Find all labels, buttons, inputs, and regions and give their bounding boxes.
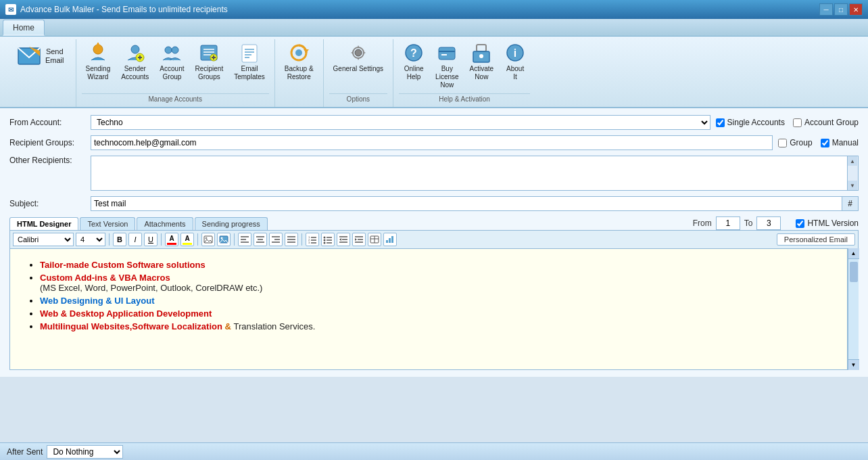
italic-button[interactable]: I bbox=[128, 233, 142, 246]
from-account-row: From Account: Techno Single Accounts Acc… bbox=[9, 115, 859, 130]
sender-accounts-button[interactable]: SenderAccounts bbox=[117, 39, 153, 84]
manual-checkbox[interactable] bbox=[821, 139, 829, 147]
group-checkbox[interactable] bbox=[778, 139, 787, 147]
svg-point-10 bbox=[172, 47, 178, 53]
single-accounts-checkbox[interactable] bbox=[716, 118, 725, 127]
svg-rect-30 bbox=[439, 47, 455, 60]
account-group-button[interactable]: AccountGroup bbox=[155, 39, 188, 84]
general-settings-label: General Settings bbox=[333, 65, 384, 73]
group-check[interactable]: Group bbox=[778, 138, 812, 147]
from-account-select[interactable]: Techno bbox=[91, 115, 710, 130]
bullet-5-part3: Translation Services bbox=[234, 321, 313, 331]
backup-restore-icon bbox=[288, 42, 310, 64]
manual-label: Manual bbox=[832, 138, 859, 147]
svg-point-9 bbox=[165, 47, 172, 53]
highlight-color-button[interactable]: A bbox=[180, 233, 194, 246]
insert-image-button[interactable] bbox=[217, 233, 231, 246]
buy-license-button[interactable]: BuyLicenseNow bbox=[431, 39, 462, 92]
ordered-list-button[interactable]: 1.2.3. bbox=[306, 233, 319, 246]
activate-now-button[interactable]: ActivateNow bbox=[466, 39, 498, 84]
maximize-button[interactable]: □ bbox=[834, 3, 848, 16]
recipient-groups-label: Recipient Groups: bbox=[9, 138, 91, 147]
toolbar-sep-2 bbox=[161, 233, 162, 246]
align-left-button[interactable] bbox=[238, 233, 251, 246]
html-version-check[interactable]: HTML Version bbox=[796, 218, 859, 228]
recipient-groups-input[interactable] bbox=[91, 135, 773, 150]
list-item: Multilingual Websites,Software Localizat… bbox=[40, 321, 834, 331]
content-list: Tailor-made Custom Software solutions Cu… bbox=[24, 260, 834, 331]
single-accounts-check[interactable]: Single Accounts bbox=[716, 118, 785, 127]
ribbon: SendEmail SendingWizard bbox=[0, 37, 868, 108]
align-right-button[interactable] bbox=[269, 233, 283, 246]
svg-point-41 bbox=[221, 237, 223, 239]
minimize-button[interactable]: ─ bbox=[819, 3, 833, 16]
recipient-groups-row: Recipient Groups: Group Manual bbox=[9, 135, 859, 150]
scroll-up-button[interactable]: ▲ bbox=[848, 156, 857, 166]
sending-wizard-button[interactable]: SendingWizard bbox=[82, 39, 115, 84]
tab-bar: Home bbox=[0, 19, 868, 37]
other-recipients-scrollbar: ▲ ▼ bbox=[848, 156, 859, 191]
editor-tabs: HTML Designer Text Version Attachments S… bbox=[9, 216, 859, 230]
account-group-check[interactable]: Account Group bbox=[793, 118, 859, 127]
about-it-button[interactable]: i AboutIt bbox=[500, 39, 530, 84]
editor-scroll-down-button[interactable]: ▼ bbox=[848, 359, 859, 370]
sending-wizard-label: SendingWizard bbox=[86, 65, 111, 81]
underline-button[interactable]: U bbox=[144, 233, 158, 246]
chart-button[interactable] bbox=[383, 233, 397, 246]
html-version-label: HTML Version bbox=[807, 218, 859, 228]
account-group-checkbox[interactable] bbox=[793, 118, 802, 127]
general-settings-button[interactable]: General Settings bbox=[329, 39, 388, 76]
font-color-button[interactable]: A bbox=[165, 233, 178, 246]
account-group-icon bbox=[161, 42, 183, 64]
other-recipients-input[interactable] bbox=[91, 156, 848, 191]
subject-hash-button[interactable]: # bbox=[842, 196, 859, 211]
online-help-button[interactable]: ? OnlineHelp bbox=[399, 39, 429, 84]
from-input[interactable] bbox=[716, 216, 740, 230]
table-button[interactable] bbox=[368, 233, 381, 246]
subject-input[interactable] bbox=[91, 196, 842, 211]
to-input[interactable] bbox=[756, 216, 781, 230]
recipient-groups-button[interactable]: RecipientGroups bbox=[191, 39, 228, 84]
manual-check[interactable]: Manual bbox=[821, 138, 859, 147]
about-it-icon: i bbox=[504, 42, 526, 64]
html-version-checkbox[interactable] bbox=[796, 219, 804, 228]
svg-point-35 bbox=[479, 54, 483, 58]
align-center-button[interactable] bbox=[254, 233, 267, 246]
tab-attachments[interactable]: Attachments bbox=[137, 217, 193, 230]
sending-wizard-icon bbox=[87, 42, 109, 64]
backup-restore-button[interactable]: Backup &Restore bbox=[281, 39, 318, 84]
home-tab[interactable]: Home bbox=[3, 20, 45, 36]
editor-content[interactable]: Tailor-made Custom Software solutions Cu… bbox=[9, 248, 848, 370]
bullet-3-text: Web Designing & UI Layout bbox=[40, 296, 155, 306]
svg-point-2 bbox=[93, 45, 103, 54]
tab-text-version[interactable]: Text Version bbox=[80, 217, 135, 230]
decrease-indent-button[interactable] bbox=[337, 233, 350, 246]
svg-point-5 bbox=[131, 45, 139, 53]
tab-sending-progress[interactable]: Sending progress bbox=[195, 217, 268, 230]
svg-marker-73 bbox=[355, 238, 357, 241]
bullet-5-end: . bbox=[313, 321, 316, 331]
scroll-down-button[interactable]: ▼ bbox=[848, 181, 857, 190]
bold-button[interactable]: B bbox=[113, 233, 126, 246]
increase-indent-button[interactable] bbox=[352, 233, 366, 246]
tab-html-designer[interactable]: HTML Designer bbox=[9, 217, 78, 230]
font-size-select[interactable]: 4 bbox=[76, 233, 105, 246]
ribbon-group-backup: Backup &Restore bbox=[275, 39, 324, 107]
recipient-groups-label: RecipientGroups bbox=[195, 65, 224, 81]
font-family-select[interactable]: Calibri bbox=[13, 233, 74, 246]
justify-button[interactable] bbox=[285, 233, 298, 246]
image-from-file-button[interactable] bbox=[201, 233, 215, 246]
close-button[interactable]: ✕ bbox=[849, 3, 863, 16]
format-toolbar: Calibri 4 B I U A A bbox=[9, 230, 859, 248]
toolbar-sep-3 bbox=[197, 233, 198, 246]
buy-license-icon bbox=[436, 42, 458, 64]
send-email-button[interactable]: SendEmail bbox=[9, 39, 70, 73]
unordered-list-button[interactable] bbox=[321, 233, 335, 246]
email-templates-button[interactable]: EmailTemplates bbox=[230, 39, 269, 84]
personalized-email-button[interactable]: Personalized Email bbox=[777, 233, 855, 246]
buy-license-label: BuyLicenseNow bbox=[435, 65, 458, 89]
app-icon: ✉ bbox=[5, 4, 16, 15]
svg-marker-4 bbox=[95, 43, 101, 46]
account-group-label: Account Group bbox=[804, 118, 859, 127]
editor-scroll-up-button[interactable]: ▲ bbox=[848, 248, 859, 259]
